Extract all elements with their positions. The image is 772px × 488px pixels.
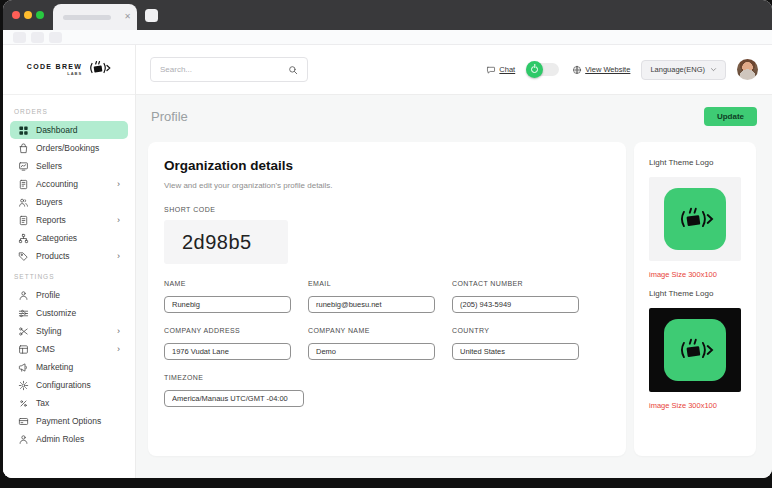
field-company-name: COMPANY NAME <box>308 327 435 360</box>
sidebar-item-styling[interactable]: Styling› <box>10 322 128 340</box>
sidebar-item-label: Payment Options <box>36 416 101 426</box>
sidebar-item-reports[interactable]: Reports› <box>10 211 128 229</box>
field-label: COMPANY ADDRESS <box>164 327 291 334</box>
sidebar-item-configurations[interactable]: Configurations <box>10 376 128 394</box>
sidebar-item-label: Categories <box>36 233 77 243</box>
light-theme-logo-upload[interactable] <box>649 177 741 261</box>
search-icon <box>288 65 298 75</box>
contact-number-input[interactable] <box>452 296 579 313</box>
sidebar-section-label: ORDERS <box>14 108 124 115</box>
theme-logo-label: Light Theme Logo <box>649 289 741 298</box>
close-window-button[interactable] <box>12 11 20 19</box>
sidebar-item-label: Customize <box>36 308 76 318</box>
field-timezone: TIMEZONE <box>164 374 610 407</box>
company-name-input[interactable] <box>308 343 435 360</box>
reload-button[interactable] <box>49 32 62 43</box>
accounting-ledger-icon <box>18 179 29 190</box>
image-size-note: image Size 300x100 <box>649 270 741 279</box>
sidebar-item-marketing[interactable]: Marketing <box>10 358 128 376</box>
sidebar: CODE BREW LABS ORDERSDashboardOrders/Boo… <box>3 45 136 478</box>
organization-details-card: Organization details View and edit your … <box>148 142 626 456</box>
sidebar-item-products[interactable]: Products› <box>10 247 128 265</box>
sidebar-item-sellers[interactable]: Sellers <box>10 157 128 175</box>
browser-chrome: ✕ <box>3 0 772 30</box>
styling-scissors-icon <box>18 326 29 337</box>
sidebar-item-buyers[interactable]: Buyers <box>10 193 128 211</box>
sidebar-nav: ORDERSDashboardOrders/BookingsSellersAcc… <box>3 95 135 453</box>
sidebar-item-accounting[interactable]: Accounting› <box>10 175 128 193</box>
sidebar-item-label: Admin Roles <box>36 434 84 444</box>
field-label: COUNTRY <box>452 327 579 334</box>
tab-title-placeholder <box>63 15 111 20</box>
back-button[interactable] <box>13 32 26 43</box>
tax-percent-icon <box>18 398 29 409</box>
sidebar-item-label: Dashboard <box>36 125 78 135</box>
search-input[interactable] <box>160 65 288 74</box>
sidebar-item-orders-bookings[interactable]: Orders/Bookings <box>10 139 128 157</box>
user-avatar[interactable] <box>737 59 758 80</box>
sidebar-item-label: Marketing <box>36 362 73 372</box>
marketing-megaphone-icon <box>18 362 29 373</box>
maximize-window-button[interactable] <box>36 11 44 19</box>
sidebar-item-label: Configurations <box>36 380 91 390</box>
sidebar-item-cms[interactable]: CMS› <box>10 340 128 358</box>
image-size-note: image Size 300x100 <box>649 401 741 410</box>
sidebar-item-admin-roles[interactable]: Admin Roles <box>10 430 128 448</box>
forward-button[interactable] <box>31 32 44 43</box>
field-label: EMAIL <box>308 280 435 287</box>
sellers-screen-icon <box>18 161 29 172</box>
sidebar-item-label: CMS <box>36 344 55 354</box>
chevron-right-icon: › <box>117 252 120 261</box>
categories-tree-icon <box>18 233 29 244</box>
content-area: Profile Update Organization details View… <box>136 95 772 478</box>
sidebar-section-label: SETTINGS <box>14 273 124 280</box>
name-input[interactable] <box>164 296 291 313</box>
sidebar-item-label: Accounting <box>36 179 78 189</box>
country-input[interactable] <box>452 343 579 360</box>
sidebar-item-label: Products <box>36 251 70 261</box>
sidebar-item-tax[interactable]: Tax <box>10 394 128 412</box>
admin-roles-person-icon <box>18 434 29 445</box>
email-input[interactable] <box>308 296 435 313</box>
chat-link[interactable]: Chat <box>486 65 515 75</box>
chevron-right-icon: › <box>117 327 120 336</box>
sidebar-item-categories[interactable]: Categories <box>10 229 128 247</box>
new-tab-button[interactable] <box>145 9 158 22</box>
brand-logo-image <box>664 319 726 381</box>
sidebar-item-customize[interactable]: Customize <box>10 304 128 322</box>
sidebar-item-payment-options[interactable]: Payment Options <box>10 412 128 430</box>
company-address-input[interactable] <box>164 343 291 360</box>
coffee-mug-logo-icon <box>87 60 111 80</box>
globe-icon <box>572 65 582 75</box>
chevron-down-icon <box>710 66 717 73</box>
browser-tab[interactable]: ✕ <box>53 4 137 30</box>
site-online-toggle[interactable] <box>528 63 559 76</box>
update-button[interactable]: Update <box>704 107 757 126</box>
app-logo[interactable]: CODE BREW LABS <box>3 45 135 95</box>
sidebar-item-label: Tax <box>36 398 49 408</box>
sidebar-item-label: Orders/Bookings <box>36 143 99 153</box>
timezone-row: TIMEZONE <box>164 374 610 407</box>
browser-toolbar <box>3 30 772 45</box>
timezone-input[interactable] <box>164 390 304 407</box>
sidebar-item-label: Profile <box>36 290 60 300</box>
chevron-right-icon: › <box>117 345 120 354</box>
sidebar-item-profile[interactable]: Profile <box>10 286 128 304</box>
field-label: COMPANY NAME <box>308 327 435 334</box>
chat-bubble-icon <box>486 65 496 75</box>
language-dropdown[interactable]: Language(ENG) <box>641 60 726 80</box>
dark-theme-logo-upload[interactable] <box>649 308 741 392</box>
view-website-link[interactable]: View Website <box>572 65 630 75</box>
minimize-window-button[interactable] <box>24 11 32 19</box>
sidebar-item-label: Sellers <box>36 161 62 171</box>
sidebar-item-dashboard[interactable]: Dashboard <box>10 121 128 139</box>
search-box[interactable] <box>150 57 308 82</box>
field-company-address: COMPANY ADDRESS <box>164 327 291 360</box>
configurations-gear-icon <box>18 380 29 391</box>
field-name: NAME <box>164 280 291 313</box>
tab-close-icon[interactable]: ✕ <box>124 13 131 21</box>
browser-window: ✕ CODE BREW LABS <box>3 0 772 478</box>
field-contact-number: CONTACT NUMBER <box>452 280 579 313</box>
toggle-knob <box>526 61 543 78</box>
field-label: CONTACT NUMBER <box>452 280 579 287</box>
